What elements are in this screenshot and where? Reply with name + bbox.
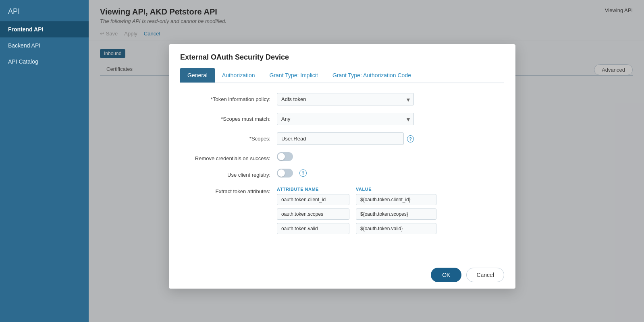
modal-tab-general[interactable]: General — [180, 68, 215, 83]
form-row-token-policy: *Token information policy: Adfs token JW… — [180, 93, 504, 105]
attr-value-input-1[interactable] — [356, 208, 436, 220]
modal-tab-grant-auth-code[interactable]: Grant Type: Authorization Code — [325, 68, 418, 83]
modal-cancel-button[interactable]: Cancel — [466, 268, 504, 282]
attr-value-input-2[interactable] — [356, 223, 436, 234]
remove-creds-label: Remove credentials on success: — [180, 152, 277, 161]
attr-table: ATTRIBUTE NAME VALUE — [277, 187, 446, 234]
client-registry-help-icon[interactable]: ? — [299, 169, 307, 177]
form-row-remove-creds: Remove credentials on success: — [180, 152, 504, 161]
scopes-control: ? — [277, 132, 414, 145]
modal-header: External OAuth Security Device — [169, 44, 515, 62]
attr-name-input-1[interactable] — [277, 208, 349, 220]
scopes-label: *Scopes: — [180, 132, 277, 142]
remove-creds-toggle[interactable] — [277, 152, 293, 161]
attr-header-row: ATTRIBUTE NAME VALUE — [277, 187, 446, 192]
attr-name-header: ATTRIBUTE NAME — [277, 187, 349, 192]
attr-name-input-0[interactable] — [277, 194, 349, 205]
modal-title: External OAuth Security Device — [180, 53, 504, 62]
scopes-input[interactable] — [277, 132, 404, 145]
extract-attrs-label: Extract token attributes: — [180, 185, 277, 194]
modal-footer: OK Cancel — [169, 261, 515, 289]
client-registry-control: ? — [277, 169, 414, 178]
main-area: Viewing API, AKD Petstore API The follow… — [89, 0, 644, 322]
sidebar-item-api-catalog[interactable]: API Catalog — [0, 54, 89, 70]
attr-name-input-2[interactable] — [277, 223, 349, 234]
form-row-scopes: *Scopes: ? — [180, 132, 504, 145]
token-policy-select[interactable]: Adfs token JWT token Introspect token — [277, 93, 414, 105]
table-row — [277, 223, 446, 234]
form-row-client-registry: Use client registry: ? — [180, 169, 504, 178]
scopes-match-select[interactable]: Any All — [277, 113, 414, 125]
scopes-help-icon[interactable]: ? — [407, 135, 414, 142]
client-registry-toggle-knob — [278, 169, 285, 177]
sidebar-item-frontend-api[interactable]: Frontend API — [0, 21, 89, 37]
remove-creds-toggle-knob — [278, 153, 285, 160]
extract-attrs-control: ATTRIBUTE NAME VALUE — [277, 185, 446, 237]
modal-external-oauth: External OAuth Security Device General A… — [169, 44, 515, 289]
token-policy-control: Adfs token JWT token Introspect token — [277, 93, 414, 105]
modal-tab-strip: General Authorization Grant Type: Implic… — [180, 68, 504, 83]
table-row — [277, 194, 446, 205]
modal-tab-grant-implicit[interactable]: Grant Type: Implicit — [262, 68, 325, 83]
modal-tab-authorization[interactable]: Authorization — [215, 68, 262, 83]
token-policy-label: *Token information policy: — [180, 93, 277, 102]
client-registry-toggle[interactable] — [277, 169, 293, 178]
ok-button[interactable]: OK — [431, 268, 461, 282]
attr-value-input-0[interactable] — [356, 194, 436, 205]
sidebar-logo: API — [0, 0, 89, 21]
remove-creds-control — [277, 152, 414, 161]
sidebar-item-backend-api[interactable]: Backend API — [0, 37, 89, 54]
attr-value-header: VALUE — [356, 187, 436, 192]
scopes-match-select-wrapper: Any All — [277, 113, 414, 125]
sidebar: API Frontend API Backend API API Catalog — [0, 0, 89, 322]
scopes-match-label: *Scopes must match: — [180, 113, 277, 122]
table-row — [277, 208, 446, 220]
client-registry-label: Use client registry: — [180, 169, 277, 178]
modal-body: *Token information policy: Adfs token JW… — [169, 83, 515, 253]
form-row-extract-attrs: Extract token attributes: ATTRIBUTE NAME… — [180, 185, 504, 237]
token-policy-select-wrapper: Adfs token JWT token Introspect token — [277, 93, 414, 105]
form-row-scopes-match: *Scopes must match: Any All — [180, 113, 504, 125]
scopes-match-control: Any All — [277, 113, 414, 125]
